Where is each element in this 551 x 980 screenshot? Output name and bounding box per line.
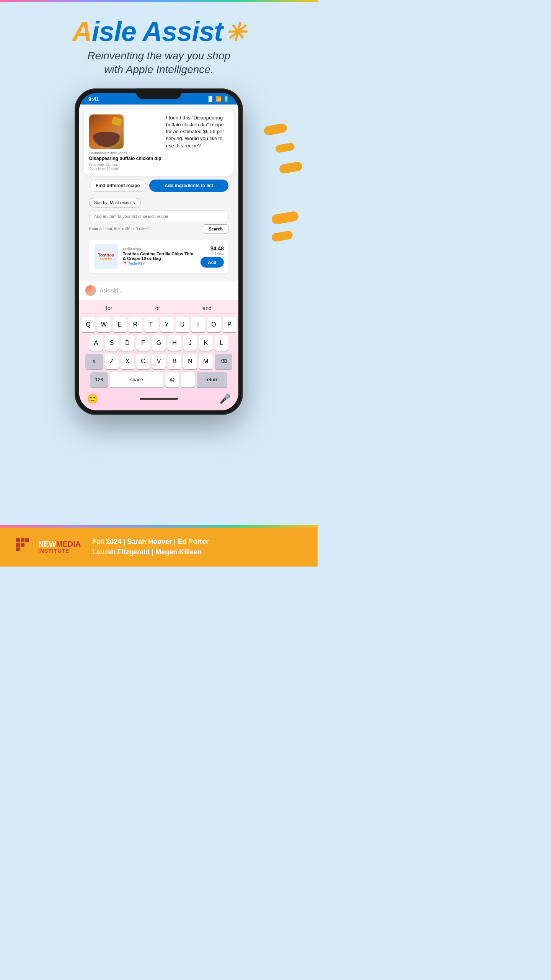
svg-rect-1 [21, 538, 24, 542]
key-t[interactable]: T [144, 317, 158, 332]
key-x[interactable]: X [121, 354, 134, 369]
status-icons: ▐▌ 📶 🔋 [207, 96, 229, 102]
recipe-cook: Cook time: 20 mins [89, 167, 161, 170]
key-j[interactable]: J [183, 335, 197, 351]
key-o[interactable]: O [207, 317, 221, 332]
recipe-source: Hellmann's x Best Foods [89, 151, 161, 155]
sort-button[interactable]: Sort by: Most recent ∨ [89, 198, 141, 207]
app-title: Aisle Assist✳ [72, 18, 246, 45]
status-time: 9:41 [88, 96, 99, 102]
product-price: $4.48 44.8 ¢/oz Add [201, 245, 224, 268]
search-input[interactable] [89, 211, 228, 222]
shift-key[interactable]: ⇧ [85, 354, 103, 369]
siri-bar[interactable]: Ask Siri... [79, 281, 238, 300]
key-m[interactable]: M [199, 354, 213, 369]
spark-decoration-5 [279, 161, 303, 174]
phone-mockup: 9:41 ▐▌ 📶 🔋 [75, 88, 243, 415]
search-area: Enter an item, like "milk" or "coffee". … [84, 211, 234, 237]
key-d[interactable]: D [121, 335, 134, 351]
product-name: Tostitos Cantina Tortilla Chips Thin & C… [123, 252, 196, 261]
key-b[interactable]: B [168, 354, 181, 369]
phone-outer: 9:41 ▐▌ 📶 🔋 [75, 88, 243, 415]
key-l[interactable]: L [215, 335, 228, 351]
add-product-button[interactable]: Add [201, 257, 224, 268]
return-key[interactable]: return [197, 372, 227, 387]
key-w[interactable]: W [97, 317, 111, 332]
home-indicator [140, 398, 178, 400]
at-key[interactable]: @ [165, 372, 179, 387]
key-u[interactable]: U [176, 317, 189, 332]
key-r[interactable]: R [129, 317, 142, 332]
recipe-info: Hellmann's x Best Foods Disappearing buf… [89, 151, 161, 170]
keyboard-row-1: Q W E R T Y U I O P [81, 317, 237, 332]
suggestion-and[interactable]: and [203, 305, 212, 311]
sort-bar: Sort by: Most recent ∨ [84, 196, 234, 211]
suggestion-for[interactable]: for [106, 305, 112, 311]
walmart-spark: ✳ [225, 20, 245, 45]
nmi-icon-svg [15, 537, 34, 557]
keyboard-row-2: A S D F G H J K L [81, 335, 237, 351]
phone-screen: 9:41 ▐▌ 📶 🔋 [79, 93, 238, 410]
price-per-oz: 44.8 ¢/oz [201, 252, 224, 255]
keyboard-bottom: 🙂 🎤 [81, 390, 237, 409]
svg-rect-4 [16, 547, 20, 551]
svg-rect-5 [25, 538, 29, 542]
bowl-shape [93, 132, 120, 147]
emoji-key[interactable]: 🙂 [87, 394, 98, 404]
key-y[interactable]: Y [160, 317, 174, 332]
recipe-message: I found this "Disappearing buffalo chick… [166, 114, 228, 149]
svg-rect-0 [16, 538, 20, 542]
microphone-key[interactable]: 🎤 [219, 394, 231, 404]
phone-notch [136, 88, 182, 99]
product-image: Tostitos CANTINA [94, 244, 118, 269]
keyboard-row-3: ⇧ Z X C V B N M ⌫ [81, 354, 237, 369]
svg-rect-3 [21, 543, 24, 547]
action-buttons: Find different recipe Add ingredients to… [84, 180, 234, 196]
key-f[interactable]: F [136, 335, 150, 351]
key-q[interactable]: Q [82, 317, 95, 332]
key-e[interactable]: E [113, 317, 127, 332]
product-card: Tostitos CANTINA tortilla chips Tostitos… [89, 240, 228, 273]
keyboard-row-4: 123 space @ . return [81, 372, 237, 387]
find-different-recipe-button[interactable]: Find different recipe [89, 180, 146, 192]
key-p[interactable]: P [223, 317, 236, 332]
key-c[interactable]: C [136, 354, 150, 369]
title-a: A [72, 16, 92, 47]
spark-decoration-3 [271, 211, 299, 225]
nmi-new: NEW [38, 540, 56, 548]
key-a[interactable]: A [89, 335, 103, 351]
title-rest: isle Assist [92, 16, 223, 47]
spark-decoration-1 [263, 123, 287, 136]
key-v[interactable]: V [152, 354, 166, 369]
keyboard: for of and Q W E R T Y U I O [79, 300, 238, 410]
keyboard-suggestions: for of and [81, 303, 237, 314]
nmi-logo: NEWMEDIA INSTITUTE [15, 537, 81, 557]
signal-icon: ▐▌ [207, 96, 214, 102]
spark-decoration-2 [275, 142, 295, 153]
key-k[interactable]: K [199, 335, 213, 351]
siri-icon [85, 285, 96, 296]
siri-placeholder: Ask Siri... [100, 287, 122, 294]
key-h[interactable]: H [168, 335, 181, 351]
key-n[interactable]: N [183, 354, 197, 369]
spark-decoration-4 [271, 230, 293, 242]
key-i[interactable]: I [191, 317, 205, 332]
nmi-text: NEWMEDIA INSTITUTE [38, 540, 81, 554]
add-ingredients-button[interactable]: Add ingredients to list [149, 180, 228, 192]
main-content: Aisle Assist✳ Reinventing the way you sh… [0, 2, 318, 525]
recipe-prep: Prep time: 15 mins [89, 163, 161, 167]
search-button[interactable]: Search [203, 224, 228, 234]
space-key[interactable]: space [110, 372, 163, 387]
key-z[interactable]: Z [105, 354, 119, 369]
key-g[interactable]: G [152, 335, 166, 351]
key-s[interactable]: S [105, 335, 119, 351]
suggestion-of[interactable]: of [155, 305, 160, 311]
period-key[interactable]: . [181, 372, 195, 387]
delete-key[interactable]: ⌫ [215, 354, 232, 369]
search-hint-row: Enter an item, like "milk" or "coffee". … [89, 224, 228, 234]
location-icon: 📍 [123, 261, 127, 266]
numbers-key[interactable]: 123 [90, 372, 108, 387]
tostitos-logo: Tostitos CANTINA [98, 253, 114, 260]
recipe-image [89, 114, 124, 149]
chips-shape [111, 116, 122, 126]
